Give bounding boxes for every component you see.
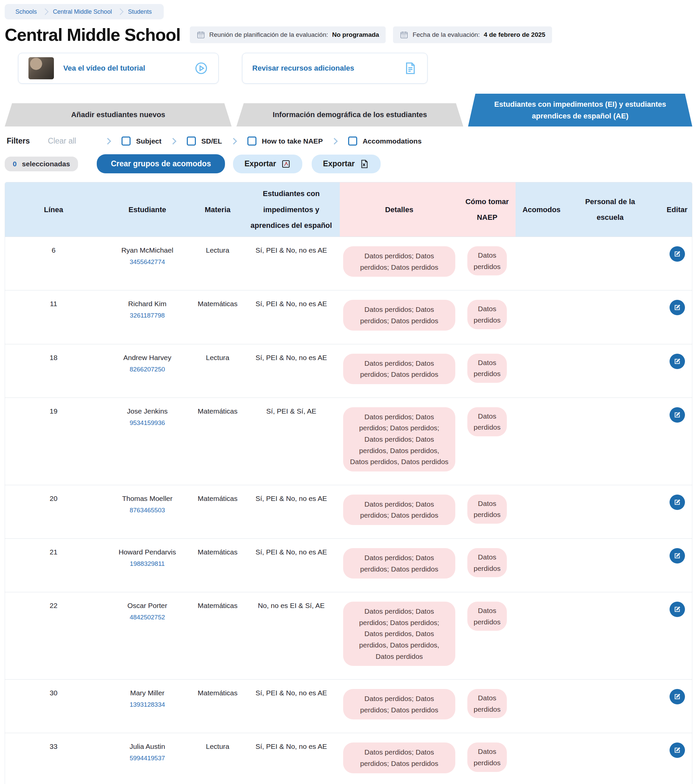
line-number: 11 (50, 300, 57, 308)
breadcrumb-item-schools[interactable]: Schools (12, 7, 40, 17)
details-missing-data-pill: Datos perdidos; Datos perdidos; Datos pe… (343, 689, 455, 720)
how-to-take-missing-data-pill: Datos perdidos (467, 602, 507, 631)
edit-student-button[interactable] (669, 494, 685, 510)
create-accommodation-groups-button[interactable]: Crear grupos de acomodos (97, 154, 225, 173)
subject-filter-checkbox[interactable] (122, 137, 130, 145)
tab-sd-el-students[interactable]: Estudiantes con impedimentos (EI) y estu… (468, 94, 692, 127)
edit-icon (673, 357, 682, 366)
sd-el-status: No, no es EI & Sí, AE (258, 602, 325, 609)
actions-bar: 0 seleccionadas Crear grupos de acomodos… (5, 154, 692, 173)
clear-all-filters-button[interactable]: Clear all (48, 137, 76, 145)
planning-meeting-badge: Reunión de planificación de la evaluació… (190, 26, 386, 43)
student-id-link[interactable]: 1393128334 (130, 701, 165, 708)
how-to-take-missing-data-pill: Datos perdidos (467, 407, 507, 436)
export-pdf-label: Exportar (244, 159, 276, 168)
details-missing-data-pill: Datos perdidos; Datos perdidos; Datos pe… (343, 602, 455, 666)
column-header-details: Detalles (340, 182, 459, 237)
sdel-filter-checkbox[interactable] (187, 137, 196, 145)
edit-student-button[interactable] (669, 407, 685, 423)
tab-bar: Añadir estudiantes nuevos Información de… (5, 94, 692, 127)
table-header-row: Línea Estudiante Materia Estudiantes con… (5, 182, 692, 237)
student-name: Oscar Porter (127, 602, 167, 609)
sd-el-status: Sí, PEI & No, no es AE (256, 548, 327, 556)
student-name: Thomas Moeller (122, 494, 173, 502)
student-name: Howard Pendarvis (119, 548, 176, 556)
student-id-link[interactable]: 8763465503 (130, 507, 165, 514)
line-number: 21 (50, 548, 57, 556)
tutorial-thumbnail (28, 57, 54, 79)
edit-icon (673, 746, 682, 754)
chevron-right-icon (170, 138, 177, 145)
accommodations-filter-checkbox[interactable] (348, 137, 357, 145)
how-to-take-missing-data-pill: Datos perdidos (467, 689, 507, 718)
edit-student-button[interactable] (669, 246, 685, 262)
edit-icon (673, 250, 682, 258)
edit-student-button[interactable] (669, 548, 685, 563)
subject-value: Matemáticas (198, 494, 237, 502)
tutorial-video-card[interactable]: Vea el vídeo del tutorial (18, 53, 219, 84)
edit-icon (673, 498, 682, 507)
sd-el-status: Sí, PEI & No, no es AE (256, 354, 327, 362)
student-id-link[interactable]: 3455642774 (130, 258, 165, 266)
student-id-link[interactable]: 5994419537 (130, 754, 165, 762)
details-missing-data-pill: Datos perdidos; Datos perdidos; Datos pe… (343, 300, 455, 330)
breadcrumb-item-school[interactable]: Central Middle School (50, 7, 115, 17)
column-header-line: Línea (5, 182, 102, 237)
calendar-icon (197, 30, 205, 39)
edit-student-button[interactable] (669, 743, 685, 758)
edit-icon (673, 605, 682, 614)
subject-value: Matemáticas (198, 300, 237, 308)
tab-demographic-info[interactable]: Información demográfica de los estudiant… (236, 103, 463, 127)
student-id-link[interactable]: 3261187798 (130, 312, 165, 319)
breadcrumb: Schools Central Middle School Students (5, 4, 164, 20)
subject-value: Matemáticas (198, 407, 237, 415)
student-name: Jose Jenkins (127, 407, 167, 415)
planning-meeting-value: No programada (332, 31, 379, 38)
table-row: 20 Thomas Moeller 8763465503 Matemáticas… (5, 485, 692, 539)
line-number: 20 (50, 494, 57, 502)
tab-add-new-students[interactable]: Añadir estudiantes nuevos (5, 103, 232, 127)
edit-icon (673, 552, 682, 560)
how-to-take-missing-data-pill: Datos perdidos (467, 246, 507, 275)
edit-student-button[interactable] (669, 689, 685, 704)
table-row: 11 Richard Kim 3261187798 Matemáticas Sí… (5, 290, 692, 344)
student-id-link[interactable]: 4842502752 (130, 614, 165, 621)
table-row: 6 Ryan McMichael 3455642774 Lectura Sí, … (5, 237, 692, 290)
how-to-take-filter-checkbox[interactable] (248, 137, 256, 145)
subject-value: Lectura (206, 743, 229, 751)
sd-el-status: Sí, PEI & No, no es AE (256, 743, 327, 751)
edit-student-button[interactable] (669, 300, 685, 315)
how-to-take-missing-data-pill: Datos perdidos (467, 354, 507, 383)
student-id-link[interactable]: 1988329811 (130, 560, 165, 568)
subject-value: Matemáticas (198, 602, 237, 609)
student-name: Andrew Harvey (123, 354, 172, 362)
edit-icon (673, 692, 682, 701)
planning-meeting-label: Reunión de planificación de la evaluació… (209, 31, 328, 38)
edit-student-button[interactable] (669, 602, 685, 617)
student-id-link[interactable]: 9534159936 (130, 419, 165, 427)
selected-count: 0 (13, 160, 17, 168)
sd-el-status: Sí, PEI & No, no es AE (256, 300, 327, 308)
how-to-take-filter-label: How to take NAEP (262, 137, 323, 145)
edit-student-button[interactable] (669, 354, 685, 369)
additional-resources-card[interactable]: Revisar recursos adicionales (242, 53, 428, 84)
breadcrumb-item-students[interactable]: Students (124, 7, 155, 17)
export-excel-button[interactable]: Exportar (312, 155, 381, 173)
student-id-link[interactable]: 8266207250 (130, 366, 165, 373)
resource-cards: Vea el vídeo del tutorial Revisar recurs… (18, 53, 692, 84)
document-icon (403, 61, 417, 75)
excel-file-icon (359, 159, 369, 169)
assessment-date-label: Fecha de la evaluación: (413, 31, 480, 38)
export-pdf-button[interactable]: Exportar (233, 155, 302, 173)
students-table: Línea Estudiante Materia Estudiantes con… (5, 182, 692, 784)
selected-count-badge: 0 seleccionadas (5, 156, 78, 171)
details-missing-data-pill: Datos perdidos; Datos perdidos; Datos pe… (343, 494, 455, 525)
breadcrumb-chevron-icon (117, 7, 122, 17)
how-to-take-missing-data-pill: Datos perdidos (467, 743, 507, 772)
table-row: 33 Julia Austin 5994419537 Lectura Sí, P… (5, 733, 692, 784)
assessment-date-value: 4 de febrero de 2025 (484, 31, 545, 38)
breadcrumb-chevron-icon (42, 7, 48, 17)
edit-icon (673, 410, 682, 419)
subject-filter-label: Subject (136, 137, 161, 145)
line-number: 33 (50, 743, 57, 751)
